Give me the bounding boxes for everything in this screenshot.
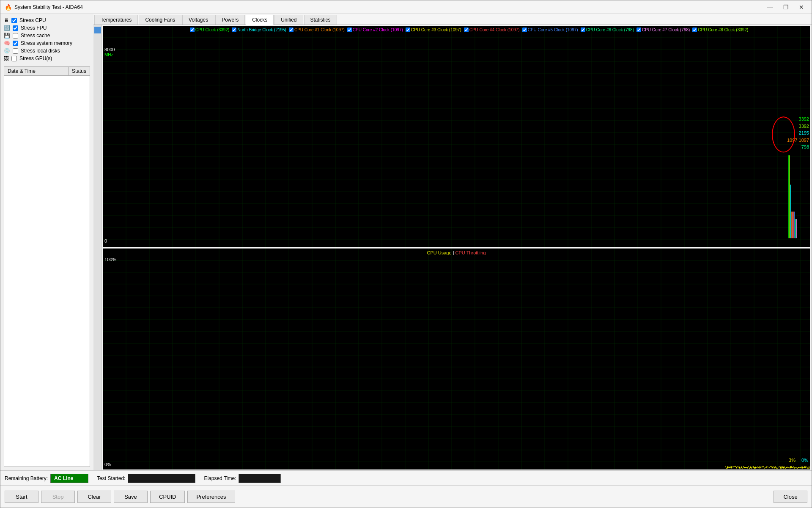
battery-label: Remaining Battery: bbox=[5, 475, 48, 481]
elapsed-time-box bbox=[239, 474, 281, 483]
legend-core8: CPU Core #8 Clock (3392) bbox=[692, 28, 748, 32]
clocks-legend: CPU Clock (3392) North Bridge Clock (219… bbox=[128, 28, 810, 32]
stress-options: 🖥 Stress CPU 🔢 Stress FPU 💾 Stress cache… bbox=[4, 17, 90, 63]
tab-clocks[interactable]: Clocks bbox=[246, 15, 274, 25]
legend-core5: CPU Core #5 Clock (1097) bbox=[522, 28, 578, 32]
stress-memory-label: Stress system memory bbox=[21, 40, 72, 46]
stress-memory-checkbox[interactable] bbox=[13, 41, 18, 46]
stress-cache-label: Stress cache bbox=[21, 33, 50, 39]
app-icon: 🔥 bbox=[5, 4, 12, 11]
button-bar: Start Stop Clear Save CPUID Preferences … bbox=[0, 486, 812, 508]
legend-core3-checkbox[interactable] bbox=[406, 28, 410, 32]
legend-core2: CPU Core #2 Clock (1097) bbox=[347, 28, 403, 32]
tabs-row: Temperatures Cooling Fans Voltages Power… bbox=[93, 14, 812, 25]
stress-fpu-label: Stress FPU bbox=[21, 25, 47, 31]
legend-core6-checkbox[interactable] bbox=[581, 28, 585, 32]
stress-item-gpu[interactable]: 🖼 Stress GPU(s) bbox=[4, 55, 90, 61]
y-axis-zero: 0 bbox=[104, 238, 107, 243]
legend-cpu-clock-checkbox[interactable] bbox=[190, 28, 195, 32]
app-window: 🔥 System Stability Test - AIDA64 — ❐ ✕ 🖥… bbox=[0, 0, 812, 508]
legend-core7: CPU Core #7 Clock (798) bbox=[636, 28, 690, 32]
close-window-button[interactable]: ✕ bbox=[796, 3, 807, 11]
legend-core5-checkbox[interactable] bbox=[522, 28, 527, 32]
val-2195: 2195 bbox=[787, 130, 809, 137]
save-button[interactable]: Save bbox=[114, 491, 148, 503]
cache-icon: 💾 bbox=[4, 33, 10, 39]
usage-grid-canvas bbox=[103, 248, 810, 469]
minimize-button[interactable]: — bbox=[764, 3, 776, 11]
cpuid-button[interactable]: CPUID bbox=[150, 491, 185, 503]
stress-item-cpu[interactable]: 🖥 Stress CPU bbox=[4, 17, 90, 23]
throttling-value: 0% bbox=[801, 458, 808, 463]
usage-y-0: 0% bbox=[104, 462, 111, 467]
legend-core8-label: CPU Core #8 Clock (3392) bbox=[698, 28, 748, 32]
stress-disks-label: Stress local disks bbox=[21, 48, 60, 54]
legend-core2-label: CPU Core #2 Clock (1097) bbox=[353, 28, 403, 32]
legend-core8-checkbox[interactable] bbox=[692, 28, 697, 32]
legend-nb-clock-checkbox[interactable] bbox=[232, 28, 236, 32]
legend-core1: CPU Core #1 Clock (1097) bbox=[289, 28, 345, 32]
close-button[interactable]: Close bbox=[774, 491, 807, 503]
legend-core1-checkbox[interactable] bbox=[289, 28, 294, 32]
cpu-throttling-label: CPU Throttling bbox=[455, 250, 486, 255]
clocks-chart-container: CPU Clock (3392) North Bridge Clock (219… bbox=[103, 26, 810, 247]
tab-voltages[interactable]: Voltages bbox=[182, 15, 214, 25]
memory-icon: 🧠 bbox=[4, 40, 10, 46]
tab-powers[interactable]: Powers bbox=[215, 15, 245, 25]
tab-unified[interactable]: Unified bbox=[274, 15, 303, 25]
legend-core3-label: CPU Core #3 Clock (1097) bbox=[411, 28, 461, 32]
stress-gpu-checkbox[interactable] bbox=[11, 56, 17, 61]
status-body bbox=[4, 76, 90, 466]
legend-nb-clock: North Bridge Clock (2195) bbox=[232, 28, 286, 32]
clocks-chart: CPU Clock (3392) North Bridge Clock (219… bbox=[103, 26, 810, 247]
stress-item-memory[interactable]: 🧠 Stress system memory bbox=[4, 40, 90, 46]
clear-button[interactable]: Clear bbox=[77, 491, 111, 503]
start-button[interactable]: Start bbox=[5, 491, 38, 503]
stress-item-disks[interactable]: 💿 Stress local disks bbox=[4, 48, 90, 54]
clocks-grid-canvas bbox=[103, 26, 810, 247]
cpu-usage-label: CPU Usage bbox=[427, 250, 452, 255]
legend-cpu-clock: CPU Clock (3392) bbox=[190, 28, 230, 32]
legend-nb-clock-label: North Bridge Clock (2195) bbox=[237, 28, 286, 32]
stop-button[interactable]: Stop bbox=[41, 491, 75, 503]
stress-item-cache[interactable]: 💾 Stress cache bbox=[4, 33, 90, 39]
stress-item-fpu[interactable]: 🔢 Stress FPU bbox=[4, 25, 90, 31]
preferences-button[interactable]: Preferences bbox=[187, 491, 235, 503]
status-table-header: Date & Time Status bbox=[4, 67, 90, 76]
stress-cpu-checkbox[interactable] bbox=[11, 18, 17, 23]
stress-fpu-checkbox[interactable] bbox=[13, 25, 18, 31]
test-started-label: Test Started: bbox=[97, 475, 125, 481]
window-title: System Stability Test - AIDA64 bbox=[14, 4, 764, 10]
legend-core2-checkbox[interactable] bbox=[347, 28, 352, 32]
stress-gpu-label: Stress GPU(s) bbox=[19, 55, 52, 61]
stress-cpu-label: Stress CPU bbox=[19, 17, 46, 23]
legend-core7-checkbox[interactable] bbox=[636, 28, 641, 32]
test-started-box bbox=[128, 474, 195, 483]
tab-statistics[interactable]: Statistics bbox=[304, 15, 337, 25]
elapsed-time-label: Elapsed Time: bbox=[204, 475, 236, 481]
legend-core4-label: CPU Core #4 Clock (1097) bbox=[469, 28, 520, 32]
main-section: Temperatures Cooling Fans Voltages Power… bbox=[93, 14, 812, 470]
maximize-button[interactable]: ❐ bbox=[780, 3, 792, 11]
gpu-icon: 🖼 bbox=[4, 55, 9, 61]
tab-cooling[interactable]: Cooling Fans bbox=[139, 15, 181, 25]
status-bar: Remaining Battery: AC Line Test Started:… bbox=[0, 470, 812, 486]
stress-cache-checkbox[interactable] bbox=[13, 33, 18, 39]
tab-temperatures[interactable]: Temperatures bbox=[94, 15, 138, 25]
legend-core6: CPU Core #6 Clock (798) bbox=[581, 28, 634, 32]
y-axis-8000: 8000 MHz bbox=[104, 47, 115, 57]
test-started-status: Test Started: bbox=[97, 474, 195, 483]
val-1097-1: 1097 1097 bbox=[787, 136, 809, 144]
titlebar: 🔥 System Stability Test - AIDA64 — ❐ ✕ bbox=[0, 0, 812, 14]
fpu-icon: 🔢 bbox=[4, 25, 10, 31]
battery-status: Remaining Battery: AC Line bbox=[5, 474, 88, 483]
legend-core4: CPU Core #4 Clock (1097) bbox=[464, 28, 520, 32]
nav-bar bbox=[93, 25, 102, 470]
clock-values-overlay: 3392 3392 2195 1097 1097 798 bbox=[787, 116, 809, 151]
legend-core3: CPU Core #3 Clock (1097) bbox=[406, 28, 461, 32]
stress-disks-checkbox[interactable] bbox=[13, 48, 18, 54]
nav-arrow bbox=[94, 27, 101, 33]
legend-core1-label: CPU Core #1 Clock (1097) bbox=[294, 28, 345, 32]
legend-core4-checkbox[interactable] bbox=[464, 28, 469, 32]
window-controls: — ❐ ✕ bbox=[764, 3, 807, 11]
